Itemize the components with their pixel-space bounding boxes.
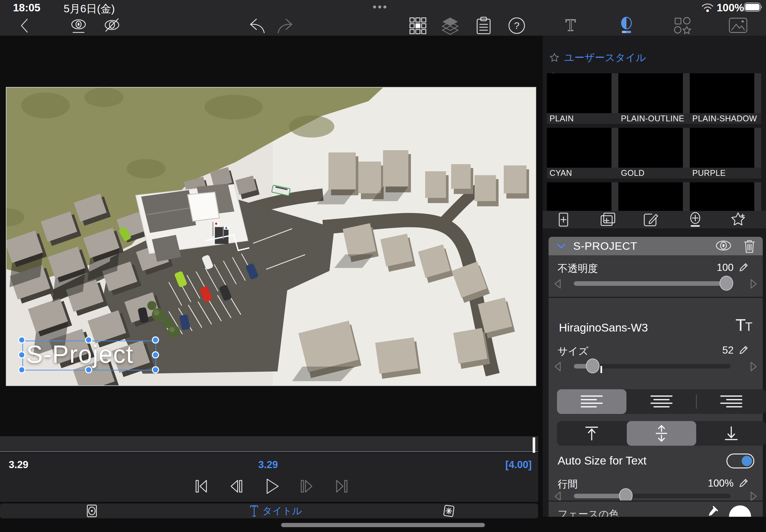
selection-handle-e[interactable] [152, 351, 159, 358]
style-preset-extra-1[interactable] [547, 182, 612, 211]
opacity-knob[interactable] [720, 276, 733, 291]
total-duration: [4.00] [505, 459, 532, 471]
selection-handle-n[interactable] [85, 336, 92, 344]
tab-text[interactable]: T [543, 15, 599, 36]
tab-effects[interactable] [440, 504, 458, 518]
style-preset-plain-outline[interactable] [618, 73, 683, 113]
selection-handle-nw[interactable] [18, 336, 25, 344]
selection-handle-ne[interactable] [152, 336, 159, 344]
multitask-dots[interactable]: ••• [372, 1, 388, 13]
valign-bottom-button[interactable] [697, 421, 766, 446]
playhead[interactable] [533, 437, 535, 453]
selection-handle-s[interactable] [85, 366, 92, 373]
text-section: HiraginoSans-W3 TT サイズ 52 [549, 298, 763, 501]
next-frame-button[interactable] [293, 473, 320, 500]
opacity-edit-icon[interactable] [739, 262, 748, 272]
align-center-button[interactable] [627, 389, 696, 414]
size-slider[interactable] [574, 364, 731, 369]
skip-to-end-button[interactable] [328, 473, 355, 500]
style-preset-plain-shadow[interactable] [690, 73, 754, 113]
line-spacing-slider[interactable] [574, 494, 731, 498]
style-preset-extra-3[interactable] [690, 182, 754, 211]
title-t-icon [250, 505, 258, 517]
eyedropper-icon[interactable] [707, 506, 718, 517]
valign-control [557, 421, 766, 446]
valign-top-button[interactable] [557, 421, 626, 446]
size-knob[interactable] [586, 358, 600, 373]
clipboard-button[interactable] [472, 16, 495, 35]
back-button[interactable] [13, 16, 36, 35]
scrub-bar[interactable] [0, 436, 538, 452]
edit-style-button[interactable] [641, 212, 661, 227]
opacity-increment[interactable] [747, 277, 760, 290]
style-preset-labels-row2: CYAN GOLD PURPLE [547, 168, 761, 178]
line-spacing-value: 100% [708, 478, 734, 489]
style-preset-extra-2[interactable] [618, 182, 683, 211]
size-decrement[interactable] [551, 360, 564, 373]
tab-shapes[interactable] [654, 15, 710, 36]
tab-position[interactable] [83, 504, 101, 518]
user-styles-label: ユーザースタイル [564, 51, 646, 65]
preset-label: PURPLE [692, 168, 726, 178]
preset-label: GOLD [621, 168, 645, 178]
opacity-label: 不透明度 [558, 262, 598, 275]
layer-visibility-icon[interactable] [715, 239, 732, 252]
svg-text:T: T [736, 317, 746, 334]
layer-header[interactable]: S-PROJECT [549, 237, 763, 255]
video-preview[interactable]: S-Project [6, 87, 536, 386]
selection-handle-se[interactable] [152, 366, 159, 373]
help-button[interactable]: ? [505, 16, 529, 35]
show-overlays-button[interactable] [67, 16, 90, 35]
svg-text:T: T [745, 320, 752, 333]
auto-size-toggle[interactable] [726, 453, 754, 468]
style-preset-cyan[interactable] [547, 128, 612, 168]
align-left-button[interactable] [557, 389, 626, 414]
align-right-button[interactable] [697, 389, 766, 414]
home-indicator[interactable] [281, 523, 485, 527]
line-spacing-edit-icon[interactable] [739, 478, 748, 488]
layers-button[interactable] [439, 16, 462, 35]
selection-handle-sw[interactable] [18, 366, 25, 373]
toolbar: ? [0, 15, 543, 36]
tab-title[interactable]: タイトル [250, 504, 302, 518]
skip-to-start-button[interactable] [188, 473, 215, 500]
bottom-tab-bar: タイトル [0, 503, 538, 518]
add-style-group-button[interactable] [598, 212, 617, 227]
hide-overlays-button[interactable] [100, 16, 124, 35]
user-styles-link[interactable]: ユーザースタイル [549, 49, 646, 67]
collapse-chevron-icon[interactable] [556, 243, 566, 249]
undo-button[interactable] [245, 16, 269, 35]
tab-image[interactable] [710, 15, 766, 36]
wifi-icon [701, 2, 714, 13]
opacity-slider[interactable] [574, 281, 731, 286]
tab-style[interactable] [599, 15, 654, 36]
delete-layer-icon[interactable] [743, 239, 756, 254]
size-increment[interactable] [747, 360, 760, 373]
status-date: 5月6日(金) [64, 2, 115, 16]
font-picker-icon[interactable]: TT [734, 317, 754, 335]
play-button[interactable] [258, 473, 285, 500]
auto-size-label: Auto Size for Text [558, 454, 647, 467]
save-style-button[interactable] [686, 212, 705, 227]
opacity-value: 100 [717, 262, 734, 273]
style-preset-labels-row1: PLAIN PLAIN-OUTLINE PLAIN-SHADOW [547, 113, 761, 124]
redo-button[interactable] [273, 16, 297, 35]
style-preset-plain[interactable] [547, 73, 612, 113]
layout-grid-button[interactable] [406, 16, 430, 35]
style-preset-gold[interactable] [618, 128, 683, 168]
svg-text:?: ? [514, 20, 520, 31]
size-edit-icon[interactable] [739, 345, 748, 355]
opacity-decrement[interactable] [551, 277, 564, 290]
line-spacing-label: 行間 [558, 478, 578, 491]
title-text[interactable]: S-Project [26, 340, 134, 368]
app-screen: 18:05 5月6日(金) ••• 100% [0, 0, 766, 532]
add-style-button[interactable] [554, 212, 573, 227]
inspector-tabs: T [543, 15, 766, 36]
face-color-swatch[interactable] [729, 505, 751, 517]
font-name[interactable]: HiraginoSans-W3 [559, 321, 648, 334]
selection-handle-w[interactable] [18, 351, 25, 358]
valign-middle-button[interactable] [627, 421, 696, 446]
favorite-style-button[interactable] [729, 212, 748, 227]
previous-frame-button[interactable] [223, 473, 250, 500]
style-preset-purple[interactable] [690, 128, 754, 168]
